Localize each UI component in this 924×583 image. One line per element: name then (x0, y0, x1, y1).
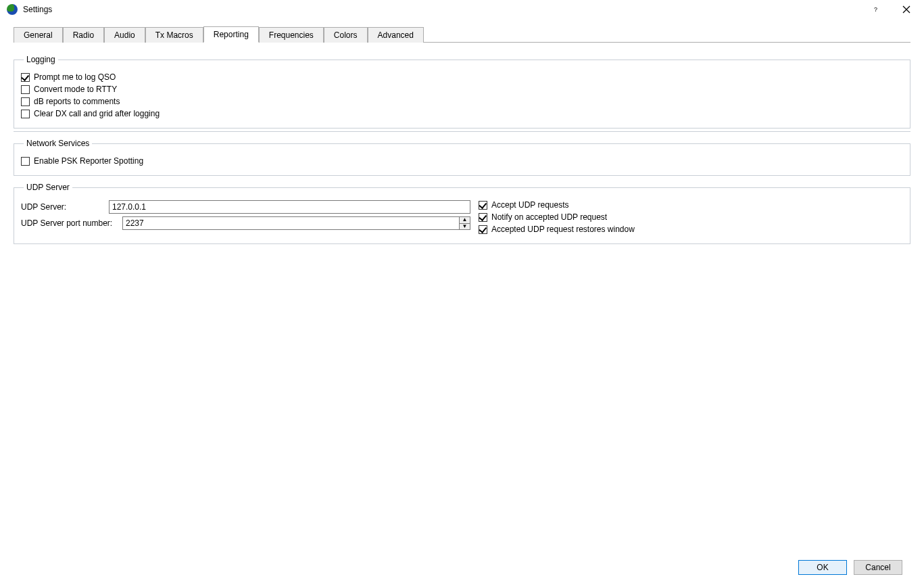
db-comments-checkbox[interactable] (21, 97, 30, 106)
tab-audio[interactable]: Audio (104, 27, 145, 43)
db-comments-label: dB reports to comments (34, 97, 120, 106)
psk-reporter-checkbox[interactable] (21, 157, 30, 166)
tab-frequencies[interactable]: Frequencies (259, 27, 324, 43)
restore-window-checkbox[interactable] (479, 225, 487, 234)
udp-server-input[interactable] (109, 200, 470, 214)
svg-text:?: ? (874, 6, 877, 13)
psk-reporter-label: Enable PSK Reporter Spotting (34, 156, 143, 166)
notify-udp-label: Notify on accepted UDP request (491, 212, 607, 222)
convert-rtty-checkbox[interactable] (21, 85, 30, 94)
clear-dx-checkbox[interactable] (21, 110, 30, 118)
help-button[interactable]: ? (860, 0, 891, 19)
udp-server-group: UDP Server UDP Server: UDP Server port n… (14, 183, 910, 244)
tab-radio[interactable]: Radio (63, 27, 104, 43)
prompt-qso-checkbox[interactable] (21, 73, 30, 82)
udp-port-input[interactable] (123, 217, 459, 229)
settings-window: Settings ? General Radio Audio Tx Macros… (0, 0, 924, 583)
tab-panel-reporting: Logging Prompt me to log QSO Convert mod… (7, 43, 917, 552)
accept-udp-label: Accept UDP requests (491, 200, 569, 210)
tab-advanced[interactable]: Advanced (368, 27, 424, 43)
network-legend: Network Services (24, 139, 92, 148)
notify-udp-checkbox[interactable] (479, 213, 487, 222)
tabs: General Radio Audio Tx Macros Reporting … (14, 26, 910, 43)
tab-general[interactable]: General (14, 27, 63, 43)
udp-port-label: UDP Server port number: (21, 218, 122, 228)
ok-button[interactable]: OK (798, 560, 847, 575)
app-icon (7, 4, 18, 15)
tab-colors[interactable]: Colors (324, 27, 368, 43)
prompt-qso-label: Prompt me to log QSO (34, 72, 116, 82)
tab-tx-macros[interactable]: Tx Macros (145, 27, 203, 43)
cancel-button[interactable]: Cancel (854, 560, 902, 575)
clear-dx-label: Clear DX call and grid after logging (34, 109, 160, 118)
logging-group: Logging Prompt me to log QSO Convert mod… (14, 55, 910, 129)
titlebar: Settings ? (0, 0, 924, 19)
divider (14, 131, 910, 132)
network-services-group: Network Services Enable PSK Reporter Spo… (14, 139, 910, 176)
udp-legend: UDP Server (24, 183, 72, 192)
accept-udp-checkbox[interactable] (479, 201, 487, 210)
logging-legend: Logging (24, 55, 58, 64)
udp-server-label: UDP Server: (21, 202, 109, 212)
close-button[interactable] (891, 0, 921, 19)
restore-window-label: Accepted UDP request restores window (491, 225, 635, 234)
tab-reporting[interactable]: Reporting (203, 26, 259, 43)
convert-rtty-label: Convert mode to RTTY (34, 85, 117, 94)
dialog-footer: OK Cancel (7, 552, 917, 583)
window-title: Settings (23, 5, 52, 14)
udp-port-step-down[interactable]: ▼ (460, 224, 470, 230)
